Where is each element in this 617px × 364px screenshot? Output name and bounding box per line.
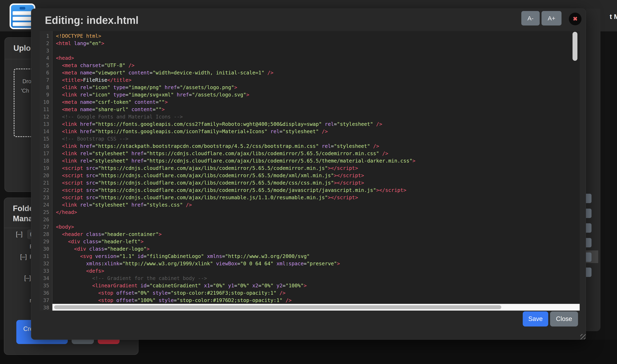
- code-area[interactable]: <!DOCTYPE html><html lang="en"><head> <m…: [53, 31, 580, 311]
- background-panel: [586, 9, 601, 331]
- code-line: <!DOCTYPE html>: [56, 32, 580, 40]
- line-number: 6: [40, 69, 52, 77]
- code-line: <link rel="icon" type="image/svg+xml" hr…: [56, 91, 580, 99]
- code-editor[interactable]: 1234567891011121314151617181920212223242…: [40, 31, 580, 311]
- code-line: [56, 216, 580, 223]
- action-button[interactable]: [586, 252, 591, 262]
- line-number: 9: [40, 91, 52, 99]
- line-number: 23: [40, 194, 52, 201]
- line-number: 7: [40, 77, 52, 84]
- tree-toggle[interactable]: [–]: [24, 275, 31, 281]
- code-line: <!-- Bootstrap CSS -->: [56, 135, 580, 143]
- line-number: 15: [40, 135, 52, 143]
- line-number: 4: [40, 54, 52, 62]
- save-button[interactable]: Save: [523, 312, 548, 326]
- editor-modal: Editing: index.html A- A+ ✖ 123456789101…: [31, 9, 586, 340]
- close-button[interactable]: Close: [550, 312, 578, 326]
- code-line: <script src="https://cdnjs.cloudflare.co…: [56, 172, 580, 179]
- code-line: <stop offset="0%" style="stop-color:#219…: [56, 289, 580, 297]
- line-number: 35: [40, 282, 52, 289]
- code-line: <link href="https://fonts.googleapis.com…: [56, 128, 580, 135]
- code-line: <!-- Google Fonts and Material Icons -->: [56, 113, 580, 120]
- line-number: 22: [40, 187, 52, 194]
- line-number: 14: [40, 128, 52, 135]
- mode-toggle-button[interactable]: t Mode: [610, 13, 617, 21]
- resize-handle[interactable]: [580, 334, 586, 339]
- code-line: <div class="header-logo">: [56, 245, 580, 253]
- line-number: 29: [40, 238, 52, 245]
- modal-title: Editing: index.html: [45, 14, 138, 26]
- line-number: 26: [40, 216, 52, 223]
- code-line: <link href="https://stackpath.bootstrapc…: [56, 143, 580, 150]
- dropzone-text: 'Ch: [21, 88, 29, 94]
- code-line: <link rel="stylesheet" href="https://cdn…: [56, 157, 580, 165]
- line-number: 25: [40, 208, 52, 216]
- code-line: <meta charset="UTF-8" />: [56, 62, 580, 69]
- code-line: <head>: [56, 54, 580, 62]
- code-line: <meta name="csrf-token" content="">: [56, 99, 580, 106]
- action-button[interactable]: [586, 238, 591, 247]
- code-line: <!-- Gradient for the cabinet body -->: [56, 275, 580, 282]
- line-number: 13: [40, 120, 52, 128]
- action-button[interactable]: [586, 223, 591, 233]
- line-number: 12: [40, 113, 52, 120]
- line-number: 8: [40, 84, 52, 91]
- line-number: 36: [40, 289, 52, 297]
- vertical-scrollbar-thumb[interactable]: [573, 32, 577, 61]
- code-line: <stop offset="100%" style="stop-color:#1…: [56, 297, 580, 304]
- line-number: 2: [40, 40, 52, 47]
- line-number: 34: [40, 275, 52, 282]
- horizontal-scrollbar-thumb[interactable]: [54, 305, 501, 309]
- dropzone-text: Dro: [22, 78, 31, 85]
- code-line: <link rel="stylesheet" href="https://cdn…: [56, 150, 580, 157]
- code-line: <body>: [56, 223, 580, 231]
- cabinet-drawer-icon: [13, 22, 32, 26]
- code-line: <script src="https://cdnjs.cloudflare.co…: [56, 165, 580, 172]
- code-line: <linearGradient id="cabinetGradient" x1=…: [56, 282, 580, 289]
- line-number: 37: [40, 297, 52, 304]
- code-line: <header class="header-container">: [56, 231, 580, 238]
- horizontal-scrollbar[interactable]: [53, 304, 580, 311]
- line-number: 28: [40, 231, 52, 238]
- code-line: [56, 47, 580, 54]
- line-number: 33: [40, 267, 52, 275]
- folder-card-title: Folde Mana: [13, 203, 33, 224]
- cabinet-drawer-icon: [13, 11, 32, 15]
- action-button[interactable]: [586, 268, 591, 277]
- code-line: <link rel="stylesheet" href="styles.css"…: [56, 201, 580, 208]
- line-number: 20: [40, 172, 52, 179]
- code-line: </head>: [56, 208, 580, 216]
- modal-close-icon-button[interactable]: ✖: [569, 13, 581, 25]
- line-number: 11: [40, 106, 52, 113]
- line-number: 17: [40, 150, 52, 157]
- code-line: <script src="https://cdnjs.cloudflare.co…: [56, 187, 580, 194]
- line-number: 24: [40, 201, 52, 208]
- code-line: <link href="https://fonts.googleapis.com…: [56, 120, 580, 128]
- font-increase-button[interactable]: A+: [541, 11, 562, 26]
- line-number: 32: [40, 260, 52, 267]
- line-number: 10: [40, 99, 52, 106]
- code-line: <script src="https://cdnjs.cloudflare.co…: [56, 179, 580, 187]
- page: t Mode Uplo Dro 'Ch Folde Mana [–] ( F […: [0, 0, 617, 364]
- code-line: <title>FileRise</title>: [56, 77, 580, 84]
- font-decrease-button[interactable]: A-: [521, 11, 540, 26]
- line-number: 19: [40, 165, 52, 172]
- action-button[interactable]: [586, 208, 591, 218]
- line-number: 31: [40, 253, 52, 260]
- line-number: 30: [40, 245, 52, 253]
- code-line: <script src="https://cdnjs.cloudflare.co…: [56, 194, 580, 201]
- tree-toggle[interactable]: [–]: [16, 231, 22, 238]
- cabinet-handle-icon: [20, 7, 25, 10]
- code-line: <link rel="icon" type="image/png" href="…: [56, 84, 580, 91]
- code-line: <html lang="en">: [56, 40, 580, 47]
- code-line: <div class="header-left">: [56, 238, 580, 245]
- editor-gutter: 1234567891011121314151617181920212223242…: [40, 31, 53, 311]
- action-button[interactable]: [586, 194, 591, 203]
- line-number: 18: [40, 157, 52, 165]
- line-number: 16: [40, 143, 52, 150]
- tree-toggle[interactable]: [–]: [20, 253, 27, 260]
- code-line: <meta name="share-url" content="">: [56, 106, 580, 113]
- code-line: <svg version="1.1" id="filingCabinetLogo…: [56, 253, 580, 260]
- code-line: <defs>: [56, 267, 580, 275]
- line-number: 5: [40, 62, 52, 69]
